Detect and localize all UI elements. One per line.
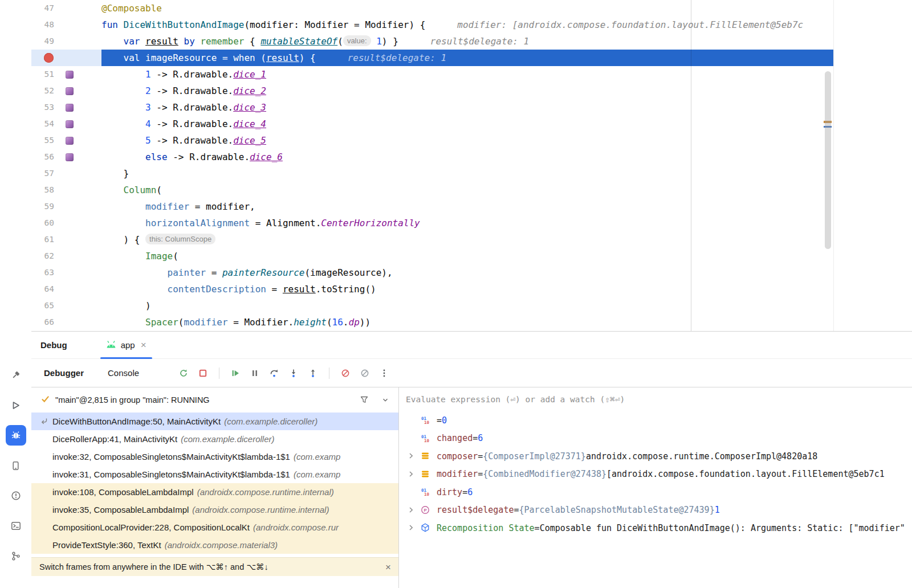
debug-icon[interactable]	[6, 425, 26, 446]
editor-line[interactable]: 56 else -> R.drawable.dice_6	[31, 149, 833, 165]
variable-row[interactable]: Presult$delegate = {ParcelableSnapshotMu…	[399, 501, 912, 520]
editor-line[interactable]: 48fun DiceWithButtonAndImage(modifier: M…	[31, 17, 833, 33]
problems-icon[interactable]	[6, 485, 26, 506]
line-number[interactable]: 66	[31, 314, 54, 330]
tab-debugger[interactable]: Debugger	[44, 368, 84, 378]
variable-type-ref: {ParcelableSnapshotMutableState@27439}	[519, 505, 715, 515]
mute-breakpoints-icon[interactable]	[360, 369, 369, 378]
line-number[interactable]: 56	[31, 149, 54, 165]
editor-scrollbar-thumb[interactable]	[825, 71, 831, 249]
line-number[interactable]: 52	[31, 83, 54, 99]
rerun-icon[interactable]	[179, 369, 188, 378]
drawable-preview-icon[interactable]	[66, 87, 74, 95]
line-number[interactable]: 64	[31, 281, 54, 297]
line-number[interactable]: 61	[31, 231, 54, 248]
line-number[interactable]: 54	[31, 116, 54, 132]
line-number[interactable]: 49	[31, 33, 54, 50]
terminal-icon[interactable]	[6, 516, 26, 536]
stack-frame-row[interactable]: CompositionLocalProvider:228, Compositio…	[31, 518, 398, 536]
stack-frame-row[interactable]: invoke:108, ComposableLambdaImpl(android…	[31, 483, 398, 501]
drawable-preview-icon[interactable]	[66, 71, 74, 79]
editor-line[interactable]: 55 5 -> R.drawable.dice_5	[31, 132, 833, 149]
tab-console[interactable]: Console	[108, 368, 139, 378]
pause-icon[interactable]	[250, 369, 259, 378]
stack-frame-row[interactable]: DiceRollerApp:41, MainActivityKt(com.exa…	[31, 430, 398, 448]
editor-line[interactable]: 62 Image(	[31, 248, 833, 264]
device-manager-icon[interactable]	[6, 455, 26, 476]
code-text: 2 -> R.drawable.dice_2	[101, 83, 833, 99]
line-number[interactable]: 60	[31, 215, 54, 231]
step-out-icon[interactable]	[308, 369, 317, 378]
chevron-right-icon[interactable]	[407, 506, 415, 516]
drawable-preview-icon[interactable]	[66, 137, 74, 145]
frame-package: (com.example.diceroller)	[181, 434, 274, 444]
editor-line[interactable]: 61 ) { this: ColumnScope	[31, 231, 833, 248]
variable-row[interactable]: composer = {ComposerImpl@27371} androidx…	[399, 447, 912, 466]
editor-line[interactable]: 65 )	[31, 297, 833, 314]
stop-icon[interactable]	[198, 369, 207, 378]
variable-row[interactable]: 0110changed = 6	[399, 430, 912, 448]
code-text: painter = painterResource(imageResource)…	[101, 264, 833, 281]
stack-frame-row[interactable]: ProvideTextStyle:360, TextKt(androidx.co…	[31, 536, 398, 554]
editor-line[interactable]: 63 painter = painterResource(imageResour…	[31, 264, 833, 281]
variable-row[interactable]: Recomposition State = Composable fun Dic…	[399, 519, 912, 537]
editor-line[interactable]: 54 4 -> R.drawable.dice_4	[31, 116, 833, 132]
view-breakpoints-icon[interactable]	[341, 369, 350, 378]
run-icon[interactable]	[6, 395, 26, 415]
line-number[interactable]: 65	[31, 297, 54, 314]
step-over-icon[interactable]	[270, 369, 279, 378]
close-icon[interactable]: ×	[385, 562, 391, 572]
filter-icon[interactable]	[360, 395, 369, 406]
chevron-down-icon[interactable]	[381, 396, 389, 406]
editor-line[interactable]: 60 horizontalAlignment = Alignment.Cente…	[31, 215, 833, 231]
svg-text:10: 10	[424, 438, 430, 443]
editor-line[interactable]: 58 Column(	[31, 182, 833, 198]
stack-frame-row[interactable]: invoke:35, ComposableLambdaImpl(androidx…	[31, 501, 398, 518]
editor-line[interactable]: 66 Spacer(modifier = Modifier.height(16.…	[31, 314, 833, 330]
editor-line[interactable]: 47@Composable	[31, 0, 833, 17]
line-number[interactable]: 63	[31, 264, 54, 281]
line-number[interactable]: 59	[31, 198, 54, 215]
thread-selector[interactable]: "main"@2,815 in group "main": RUNNING	[31, 387, 398, 413]
editor-line[interactable]: 57 }	[31, 165, 833, 182]
line-number[interactable]: 47	[31, 0, 54, 17]
line-number[interactable]: 48	[31, 17, 54, 33]
drawable-preview-icon[interactable]	[66, 120, 74, 128]
variable-row[interactable]: 0110dirty = 6	[399, 483, 912, 501]
chevron-right-icon[interactable]	[407, 470, 415, 480]
drawable-preview-icon[interactable]	[66, 153, 74, 161]
code-text: }	[101, 165, 833, 182]
stack-frame-row[interactable]: invoke:31, ComposableSingletons$MainActi…	[31, 466, 398, 483]
editor-line[interactable]: 51 1 -> R.drawable.dice_1	[31, 66, 833, 83]
variable-row[interactable]: 0110 = 0	[399, 411, 912, 430]
tab-app-session[interactable]: app ×	[99, 332, 153, 359]
code-editor[interactable]: 47@Composable48fun DiceWithButtonAndImag…	[31, 0, 834, 331]
resume-icon[interactable]	[231, 369, 240, 378]
stack-frame-row[interactable]: invoke:32, ComposableSingletons$MainActi…	[31, 448, 398, 466]
more-icon[interactable]	[380, 369, 389, 378]
line-number[interactable]: 51	[31, 66, 54, 83]
evaluate-expression-input[interactable]: Evaluate expression (⏎) or add a watch (…	[399, 387, 912, 411]
line-number[interactable]: 53	[31, 99, 54, 116]
breakpoint-icon[interactable]	[44, 53, 54, 63]
chevron-right-icon[interactable]	[407, 524, 415, 534]
editor-line[interactable]: val imageResource = when (result) {resul…	[31, 50, 833, 66]
version-control-icon[interactable]	[6, 546, 26, 566]
line-number[interactable]: 58	[31, 182, 54, 198]
line-number[interactable]: 57	[31, 165, 54, 182]
editor-line[interactable]: 59 modifier = modifier,	[31, 198, 833, 215]
line-number[interactable]: 55	[31, 132, 54, 149]
editor-line[interactable]: 49 var result by remember { mutableState…	[31, 33, 833, 50]
build-icon[interactable]	[6, 365, 26, 385]
editor-line[interactable]: 64 contentDescription = result.toString(…	[31, 281, 833, 297]
chevron-right-icon[interactable]	[407, 452, 415, 462]
line-number[interactable]: 62	[31, 248, 54, 264]
stack-frame-row[interactable]: DiceWithButtonAndImage:50, MainActivityK…	[31, 413, 398, 430]
editor-line[interactable]: 53 3 -> R.drawable.dice_3	[31, 99, 833, 116]
editor-line[interactable]: 52 2 -> R.drawable.dice_2	[31, 83, 833, 99]
close-icon[interactable]: ×	[141, 340, 146, 350]
drawable-preview-icon[interactable]	[66, 104, 74, 112]
step-into-icon[interactable]	[289, 369, 298, 378]
variable-row[interactable]: modifier = {CombinedModifier@27438} [and…	[399, 466, 912, 484]
variables-panel: Evaluate expression (⏎) or add a watch (…	[399, 387, 912, 588]
